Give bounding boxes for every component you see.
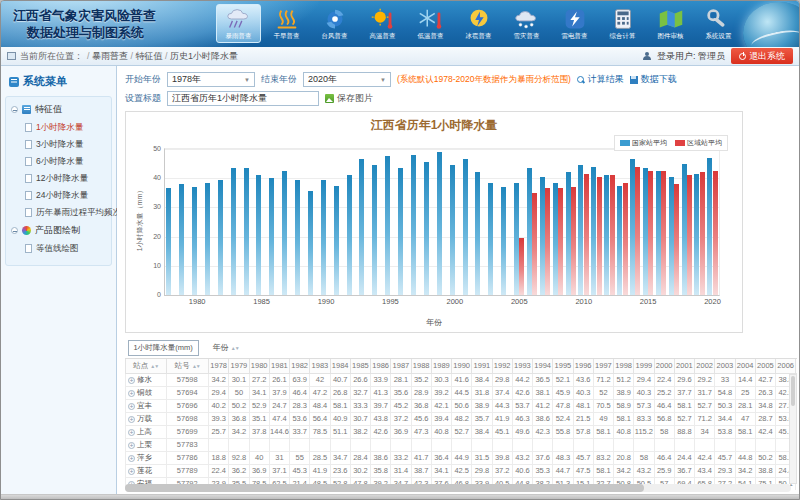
- scrollbar-thumb[interactable]: [125, 484, 644, 492]
- year-col-header[interactable]: 2007: [796, 358, 797, 373]
- data-download-button[interactable]: 数据下载: [630, 73, 677, 86]
- table-row[interactable]: +上高5769925.734.237.8144.633.778.551.138.…: [126, 425, 798, 438]
- toolbar-item-8[interactable]: 综合计算: [600, 4, 645, 43]
- year-col-header[interactable]: 2002: [695, 358, 715, 373]
- table-row[interactable]: +宜丰5769640.250.252.924.728.348.458.133.3…: [126, 399, 798, 412]
- sidebar-item-0-1[interactable]: 3小时降水量: [8, 136, 109, 153]
- toolbar-item-1[interactable]: 干旱普查: [264, 4, 309, 43]
- table-row[interactable]: +铜鼓5769429.45034.137.946.447.226.832.741…: [126, 386, 798, 399]
- toolbar-item-9[interactable]: 图件审核: [648, 4, 693, 43]
- year-col-header[interactable]: 2005: [755, 358, 775, 373]
- year-col-header[interactable]: 1996: [573, 358, 593, 373]
- chart-title-input[interactable]: 江西省历年1小时降水量: [167, 91, 319, 106]
- tree-group-0[interactable]: 特征值: [8, 100, 109, 119]
- value-cell: 26.8: [330, 386, 350, 399]
- year-col-header[interactable]: 2003: [715, 358, 735, 373]
- station-col-header[interactable]: 站点 ▲▼: [126, 358, 167, 373]
- sidebar-item-1-0[interactable]: 等值线绘图: [8, 240, 109, 257]
- value-cell: 41.7: [411, 451, 431, 464]
- year-col-header[interactable]: 2006: [776, 358, 796, 373]
- station-name-cell[interactable]: +萍乡: [126, 451, 167, 464]
- year-col-header[interactable]: 1981: [269, 358, 289, 373]
- legend-item-0[interactable]: 国家站平均: [620, 138, 667, 148]
- year-col-header[interactable]: 1999: [634, 358, 654, 373]
- sidebar-item-0-3[interactable]: 12小时降水量: [8, 170, 109, 187]
- year-col-header[interactable]: 2001: [674, 358, 694, 373]
- sidebar-item-0-4[interactable]: 24小时降水量: [8, 187, 109, 204]
- toolbar-item-4[interactable]: 低温普查: [408, 4, 453, 43]
- year-col-header[interactable]: 1984: [330, 358, 350, 373]
- toolbar-item-2[interactable]: 台风普查: [312, 4, 357, 43]
- expand-icon[interactable]: +: [128, 442, 135, 449]
- year-col-header[interactable]: 1993: [512, 358, 532, 373]
- expand-icon[interactable]: +: [128, 377, 135, 384]
- expand-icon[interactable]: +: [128, 416, 135, 423]
- year-col-header[interactable]: 2000: [654, 358, 674, 373]
- station-name-cell[interactable]: +铜鼓: [126, 386, 167, 399]
- value-cell: 41.9: [492, 412, 512, 425]
- year-col-header[interactable]: 1978: [209, 358, 229, 373]
- horizontal-scrollbar[interactable]: [125, 484, 791, 492]
- calc-result-button[interactable]: 计算结果: [577, 73, 624, 86]
- year-col-header[interactable]: 1979: [229, 358, 249, 373]
- value-cell: 38.8: [755, 464, 775, 477]
- value-cell: 48.1: [573, 399, 593, 412]
- value-cell: 29.4: [634, 373, 654, 386]
- table-row[interactable]: +万载5769839.336.835.147.453.656.440.930.7…: [126, 412, 798, 425]
- logout-button[interactable]: 退出系统: [731, 48, 793, 64]
- toolbar-item-3[interactable]: 高温普查: [360, 4, 405, 43]
- year-col-header[interactable]: 1989: [431, 358, 451, 373]
- station-name-cell[interactable]: +万载: [126, 412, 167, 425]
- station-name-cell[interactable]: +上栗: [126, 438, 167, 451]
- station-name-cell[interactable]: +莲花: [126, 464, 167, 477]
- breadcrumb-item-0[interactable]: 暴雨普查: [92, 51, 128, 61]
- year-col-header[interactable]: 1985: [350, 358, 370, 373]
- year-col-header[interactable]: 1986: [371, 358, 391, 373]
- end-year-select[interactable]: 2020年▼: [303, 72, 391, 87]
- year-col-header[interactable]: 1998: [614, 358, 634, 373]
- breadcrumb-item-1[interactable]: 特征值: [136, 51, 163, 61]
- station-name-cell[interactable]: +宜丰: [126, 399, 167, 412]
- sidebar-item-0-5[interactable]: 历年暴雨过程平均频次: [8, 204, 109, 221]
- year-col-header[interactable]: 1988: [411, 358, 431, 373]
- breadcrumb-item-2[interactable]: 历史1小时降水量: [170, 51, 238, 61]
- year-col-header[interactable]: 1982: [290, 358, 310, 373]
- year-col-header[interactable]: 1997: [593, 358, 613, 373]
- table-row[interactable]: +萍乡5778618.892.840315528.534.728.438.633…: [126, 451, 798, 464]
- expand-icon[interactable]: +: [128, 403, 135, 410]
- expand-icon[interactable]: +: [128, 429, 135, 436]
- expand-icon[interactable]: +: [128, 390, 135, 397]
- expand-icon[interactable]: +: [128, 455, 135, 462]
- toolbar-item-7[interactable]: 雷电普查: [552, 4, 597, 43]
- sidebar-item-0-2[interactable]: 6小时降水量: [8, 153, 109, 170]
- table-row[interactable]: +修水5759834.230.127.226.163.94240.726.633…: [126, 373, 798, 386]
- tree-group-1[interactable]: 产品图绘制: [8, 221, 109, 240]
- expand-icon[interactable]: +: [128, 468, 135, 475]
- toolbar-item-6[interactable]: 雪灾普查: [504, 4, 549, 43]
- legend-item-1[interactable]: 区域站平均: [675, 138, 722, 148]
- table-row[interactable]: +上栗57783: [126, 438, 798, 451]
- year-col-header[interactable]: 1987: [391, 358, 411, 373]
- year-col-header[interactable]: 2004: [735, 358, 755, 373]
- expander-icon[interactable]: [11, 227, 18, 234]
- station-name-cell[interactable]: +上高: [126, 425, 167, 438]
- year-col-header[interactable]: 1990: [452, 358, 472, 373]
- year-col-header[interactable]: 1992: [492, 358, 512, 373]
- sidebar-item-0-0[interactable]: 1小时降水量: [8, 119, 109, 136]
- year-col-header[interactable]: 1991: [472, 358, 492, 373]
- year-col-header[interactable]: 1995: [553, 358, 573, 373]
- table-vertical-scrollbar[interactable]: [789, 374, 797, 484]
- year-col-header[interactable]: 1994: [533, 358, 553, 373]
- year-col-header[interactable]: 1983: [310, 358, 330, 373]
- station-id-col-header[interactable]: 站号 ▲▼: [166, 358, 209, 373]
- toolbar-item-0[interactable]: 暴雨普查: [216, 4, 261, 43]
- expander-icon[interactable]: [11, 106, 18, 113]
- year-col-header[interactable]: 1980: [249, 358, 269, 373]
- toolbar-item-10[interactable]: 系统设置: [696, 4, 741, 43]
- table-row[interactable]: +莲花5778922.436.236.937.145.341.923.630.2…: [126, 464, 798, 477]
- start-year-select[interactable]: 1978年▼: [167, 72, 255, 87]
- year-sort-header[interactable]: 年份 ▲▼: [213, 343, 239, 352]
- save-image-button[interactable]: 保存图片: [325, 92, 373, 105]
- toolbar-item-5[interactable]: 冰雹普查: [456, 4, 501, 43]
- station-name-cell[interactable]: +修水: [126, 373, 167, 386]
